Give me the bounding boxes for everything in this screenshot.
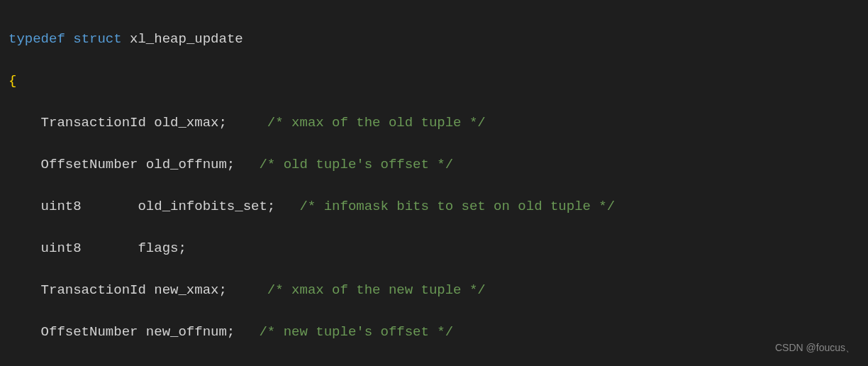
code-line-1: typedef struct xl_heap_update: [9, 29, 859, 50]
keyword-typedef: typedef: [9, 31, 65, 47]
code-line-5: uint8 old_infobits_set; /* infomask bits…: [9, 196, 859, 217]
inline-comment: /* infomask bits to set on old tuple */: [275, 199, 615, 214]
keyword-struct: struct: [73, 31, 121, 47]
watermark-text: CSDN @foucus、: [775, 340, 855, 356]
struct-name: xl_heap_update: [130, 31, 243, 47]
field-decl: TransactionId new_xmax;: [9, 282, 227, 298]
open-brace: {: [9, 73, 16, 89]
field-decl: uint8 old_infobits_set;: [9, 199, 275, 214]
code-line-6: uint8 flags;: [9, 238, 859, 259]
code-line-2: {: [9, 71, 859, 92]
code-block: typedef struct xl_heap_update { Transact…: [9, 9, 859, 366]
field-decl: TransactionId old_xmax;: [9, 115, 227, 131]
field-decl: OffsetNumber new_offnum;: [9, 324, 235, 340]
inline-comment: /* xmax of the old tuple */: [227, 115, 486, 131]
inline-comment: /* new tuple's offset */: [235, 324, 453, 340]
code-line-3: TransactionId old_xmax; /* xmax of the o…: [9, 113, 859, 133]
code-line-blank: [9, 363, 859, 366]
code-line-8: OffsetNumber new_offnum; /* new tuple's …: [9, 322, 859, 343]
inline-comment: /* xmax of the new tuple */: [227, 282, 486, 298]
field-decl: uint8 flags;: [9, 240, 187, 256]
field-decl: OffsetNumber old_offnum;: [9, 157, 235, 172]
code-line-4: OffsetNumber old_offnum; /* old tuple's …: [9, 155, 859, 175]
inline-comment: /* old tuple's offset */: [235, 157, 453, 172]
code-line-7: TransactionId new_xmax; /* xmax of the n…: [9, 280, 859, 301]
